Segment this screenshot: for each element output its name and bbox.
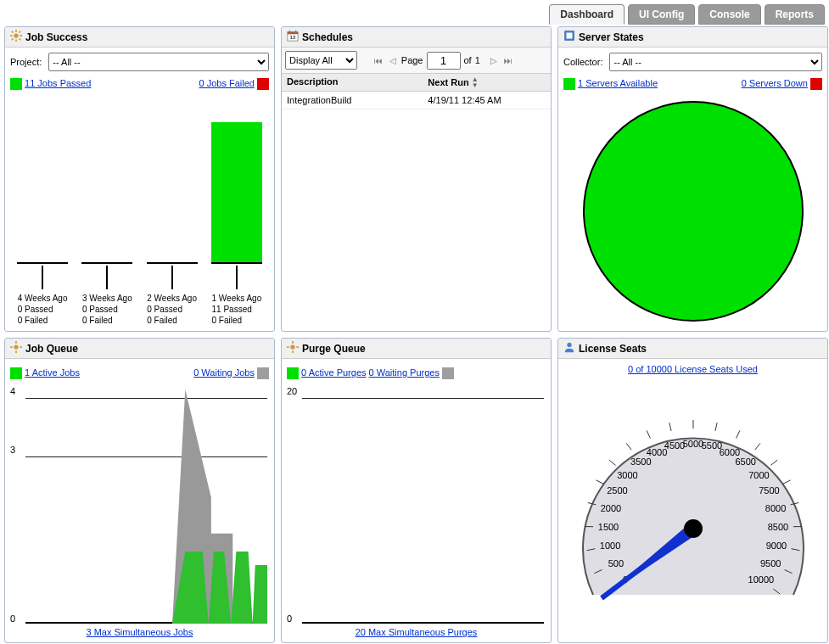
column-description[interactable]: Description — [287, 76, 428, 88]
page-total-label: 1 — [475, 55, 480, 65]
page-next-icon[interactable]: ▷ — [489, 56, 499, 65]
tab-dashboard[interactable]: Dashboard — [549, 4, 625, 25]
svg-line-5 — [12, 31, 14, 33]
svg-line-55 — [754, 443, 759, 450]
svg-rect-11 — [289, 31, 291, 33]
panel-title-label: Purge Queue — [302, 343, 366, 355]
svg-rect-15 — [567, 33, 573, 39]
axis-label: 20 — [287, 386, 297, 396]
panel-job-queue: Job Queue 1 Active Jobs 0 Waiting Jobs 0… — [4, 338, 275, 643]
column-next-run[interactable]: Next Run ▲▼ — [428, 76, 546, 88]
svg-line-47 — [669, 423, 670, 431]
page-first-icon[interactable]: ⏮ — [372, 56, 384, 65]
sort-icon: ▲▼ — [472, 76, 479, 88]
svg-text:7500: 7500 — [759, 485, 779, 496]
svg-text:9000: 9000 — [765, 540, 786, 551]
svg-point-16 — [14, 344, 18, 349]
svg-text:5000: 5000 — [682, 439, 703, 449]
server-icon — [563, 30, 575, 44]
bar-label: 11 Passed — [212, 304, 262, 315]
gear-icon — [287, 341, 299, 356]
gear-icon — [10, 341, 22, 356]
tab-ui-config[interactable]: UI Config — [628, 4, 695, 25]
svg-text:2500: 2500 — [607, 485, 627, 496]
svg-line-8 — [12, 39, 14, 41]
bar-label: 0 Failed — [82, 315, 132, 326]
svg-line-7 — [20, 31, 21, 33]
max-purges-link[interactable]: 20 Max Simultaneous Purges — [356, 627, 478, 637]
panel-title-label: Server States — [579, 31, 644, 43]
panel-title-label: Schedules — [302, 31, 353, 43]
svg-text:500: 500 — [608, 558, 623, 568]
gear-icon — [10, 30, 22, 44]
panel-title-label: License Seats — [579, 343, 647, 355]
display-filter-select[interactable]: Display All — [285, 51, 357, 70]
panel-title-label: Job Success — [25, 31, 87, 43]
calendar-icon: 12 — [287, 30, 299, 44]
svg-text:6500: 6500 — [735, 456, 755, 467]
svg-text:1000: 1000 — [599, 540, 619, 551]
svg-line-41 — [608, 460, 615, 465]
active-purges-link[interactable]: 0 Active Purges — [301, 367, 366, 378]
schedules-list[interactable]: IntegrationBuild 4/19/11 12:45 AM — [282, 92, 551, 331]
svg-text:9500: 9500 — [759, 558, 780, 568]
job-success-chart: 4 Weeks Ago 0 Passed 0 Failed 3 Weeks Ag… — [10, 97, 269, 329]
svg-point-23 — [290, 344, 294, 349]
panel-purge-queue: Purge Queue 0 Active Purges 0 Waiting Pu… — [281, 338, 552, 643]
bar-label: 0 Failed — [18, 315, 68, 326]
max-jobs-link[interactable]: 3 Max Simultaneous Jobs — [87, 627, 193, 637]
collector-filter-label: Collector: — [563, 57, 602, 67]
panel-title-label: Job Queue — [25, 343, 78, 355]
svg-text:7000: 7000 — [748, 470, 769, 480]
page-number-input[interactable] — [427, 52, 461, 70]
page-prev-icon[interactable]: ◁ — [388, 56, 398, 65]
panel-license-seats: License Seats 0 of 10000 License Seats U… — [557, 338, 828, 643]
servers-available-link[interactable]: 1 Servers Available — [578, 78, 658, 88]
svg-rect-12 — [295, 31, 297, 33]
active-jobs-link[interactable]: 1 Active Jobs — [25, 367, 80, 378]
jobs-passed-link[interactable]: 11 Jobs Passed — [25, 78, 91, 88]
collector-filter-select[interactable]: -- All -- — [609, 53, 822, 71]
project-filter-select[interactable]: -- All -- — [48, 53, 269, 71]
jobs-failed-link[interactable]: 0 Jobs Failed — [199, 78, 255, 88]
svg-line-6 — [20, 39, 21, 41]
license-gauge: 0500100015002000250030003500400045005000… — [566, 393, 821, 622]
bar-label: 1 Weeks Ago — [212, 293, 262, 304]
svg-line-53 — [736, 430, 739, 438]
tab-console[interactable]: Console — [698, 4, 760, 25]
svg-line-51 — [714, 423, 716, 431]
page-last-icon[interactable]: ⏭ — [502, 56, 514, 65]
bar-label: 0 Passed — [147, 304, 197, 315]
job-queue-chart: 0 3 4 — [25, 389, 267, 624]
bar-label: 0 Failed — [147, 315, 197, 326]
table-row[interactable]: IntegrationBuild 4/19/11 12:45 AM — [282, 92, 551, 109]
waiting-purges-link[interactable]: 0 Waiting Purges — [369, 367, 440, 378]
svg-text:4500: 4500 — [664, 440, 684, 451]
svg-text:12: 12 — [290, 34, 296, 40]
bar-label: 3 Weeks Ago — [82, 293, 132, 304]
svg-text:6000: 6000 — [719, 447, 739, 457]
bar-label: 0 Passed — [18, 304, 68, 315]
svg-line-45 — [647, 430, 650, 438]
swatch-grey — [257, 367, 269, 379]
page-of-label: of — [464, 55, 472, 65]
user-icon — [563, 341, 575, 356]
tab-bar: Dashboard UI Config Console Reports — [4, 4, 825, 25]
swatch-red — [257, 78, 269, 90]
cell-next-run: 4/19/11 12:45 AM — [428, 95, 546, 105]
servers-down-link[interactable]: 0 Servers Down — [742, 78, 808, 88]
page-label: Page — [401, 55, 423, 65]
axis-label: 0 — [287, 613, 292, 624]
license-seats-link[interactable]: 0 of 10000 License Seats Used — [628, 364, 758, 374]
axis-label: 0 — [10, 613, 15, 624]
swatch-red — [810, 78, 822, 90]
svg-point-28 — [567, 343, 571, 347]
svg-text:8000: 8000 — [765, 503, 785, 513]
tab-reports[interactable]: Reports — [765, 4, 825, 25]
waiting-jobs-link[interactable]: 0 Waiting Jobs — [193, 367, 255, 378]
bar-label: 0 Failed — [212, 315, 262, 326]
panel-server-states: Server States Collector: -- All -- 1 Ser… — [557, 26, 828, 332]
project-filter-label: Project: — [10, 57, 42, 67]
cell-description: IntegrationBuild — [287, 95, 428, 105]
panel-schedules: 12 Schedules Display All ⏮ ◁ Page of 1 ▷… — [281, 26, 552, 332]
